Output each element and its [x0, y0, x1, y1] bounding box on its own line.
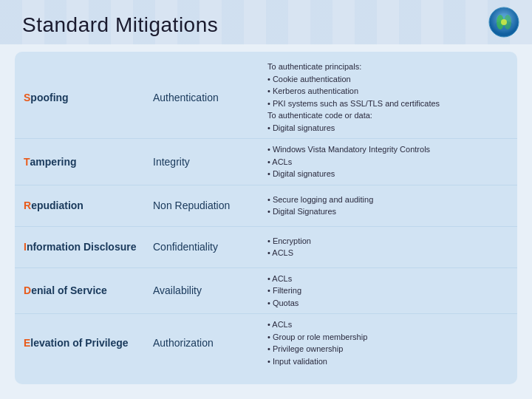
threat-first-letter: T [24, 156, 30, 168]
threat-cell: Elevation of Privilege [24, 337, 153, 349]
threat-rest: levation of Privilege [30, 337, 128, 349]
detail-item: • ACLs [267, 156, 508, 168]
details-cell: • Secure logging and auditing• Digital S… [267, 194, 508, 218]
detail-item: • ACLS [267, 247, 508, 259]
detail-item: • Digital Signatures [267, 205, 508, 218]
threat-rest: ampering [30, 156, 77, 168]
threat-first-letter: D [24, 284, 31, 296]
mitigation-cell: Confidentiality [153, 241, 267, 253]
threat-rest: nformation Disclosure [27, 241, 137, 253]
threat-first-letter: E [24, 337, 30, 349]
threat-rest: enial of Service [31, 284, 107, 296]
details-cell: • ACLs• Group or role membership• Privil… [267, 318, 508, 367]
detail-item: • Input validation [267, 355, 508, 368]
threat-cell: Denial of Service [24, 284, 153, 296]
detail-item: • Privilege ownership [267, 343, 508, 355]
threat-cell: Information Disclosure [24, 241, 153, 253]
svg-point-5 [501, 19, 507, 25]
detail-item: • Digital signatures [267, 168, 508, 180]
threat-first-letter: R [24, 200, 31, 211]
detail-item: • PKI systems such as SSL/TLS and certif… [267, 98, 508, 110]
detail-item: To authenticate principals: [267, 61, 508, 73]
detail-item: • Filtering [267, 284, 508, 297]
threat-cell: Spoofing [24, 92, 153, 103]
threat-cell: Tampering [24, 156, 153, 168]
table-row: Denial of ServiceAvailability• ACLs• Fil… [15, 268, 517, 315]
table-row: SpoofingAuthenticationTo authenticate pr… [15, 56, 517, 139]
threat-rest: epudiation [31, 200, 83, 211]
detail-item: • Digital signatures [267, 122, 508, 134]
mitigation-cell: Authorization [153, 337, 267, 349]
details-cell: • Encryption• ACLS [267, 235, 508, 259]
detail-item: • ACLs [267, 318, 508, 331]
detail-item: • ACLs [267, 273, 508, 285]
details-cell: To authenticate principals:• Cookie auth… [267, 61, 508, 134]
table-row: RepudiationNon Repudiation• Secure loggi… [15, 185, 517, 227]
logo-icon [488, 6, 520, 38]
threat-rest: poofing [30, 92, 68, 103]
detail-item: • Cookie authentication [267, 73, 508, 86]
threat-first-letter: S [24, 92, 30, 103]
detail-item: • Encryption [267, 235, 508, 248]
mitigation-cell: Integrity [153, 156, 267, 168]
detail-item: • Windows Vista Mandatory Integrity Cont… [267, 143, 508, 156]
detail-item: • Kerberos authentication [267, 85, 508, 98]
mitigation-cell: Availability [153, 284, 267, 296]
threat-cell: Repudiation [24, 200, 153, 211]
mitigation-cell: Non Repudiation [153, 200, 267, 211]
details-cell: • Windows Vista Mandatory Integrity Cont… [267, 143, 508, 180]
details-cell: • ACLs• Filtering• Quotas [267, 273, 508, 310]
detail-item: • Group or role membership [267, 331, 508, 344]
page-title: Standard Mitigations [22, 13, 218, 37]
detail-item: • Quotas [267, 297, 508, 310]
table-row: TamperingIntegrity• Windows Vista Mandat… [15, 139, 517, 185]
detail-item: To authenticate code or data: [267, 109, 508, 122]
mitigation-cell: Authentication [153, 92, 267, 103]
mitigations-table: SpoofingAuthenticationTo authenticate pr… [15, 52, 517, 384]
table-row: Elevation of PrivilegeAuthorization• ACL… [15, 314, 517, 372]
table-row: Information DisclosureConfidentiality• E… [15, 227, 517, 268]
detail-item: • Secure logging and auditing [267, 194, 508, 206]
